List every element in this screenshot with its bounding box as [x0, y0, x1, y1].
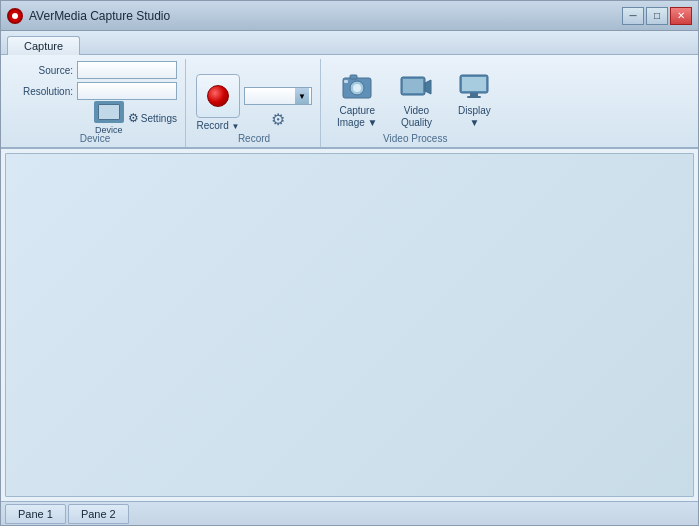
resolution-label: Resolution:: [13, 86, 73, 97]
svg-rect-3: [350, 75, 357, 79]
resolution-select[interactable]: [77, 82, 177, 100]
device-group-content: Source: Resolution:: [13, 61, 177, 131]
status-pane2[interactable]: Pane 2: [68, 504, 129, 524]
video-quality-svg: [400, 73, 432, 101]
capture-image-svg: [341, 73, 373, 101]
svg-rect-10: [470, 93, 478, 96]
record-button-area: Record ▼: [196, 74, 240, 131]
source-label: Source:: [13, 65, 73, 76]
video-quality-button[interactable]: Video Quality: [391, 69, 441, 131]
close-button[interactable]: ✕: [670, 7, 692, 25]
source-row: Source:: [13, 61, 177, 79]
settings-label: Settings: [141, 113, 177, 124]
display-label: Display ▼: [458, 105, 491, 129]
resolution-select-wrapper: [77, 82, 177, 100]
display-svg: [458, 73, 490, 101]
device-bottom: Device ⚙ Settings: [94, 105, 177, 131]
svg-rect-9: [462, 77, 486, 91]
title-bar-controls: ─ □ ✕: [622, 7, 692, 25]
capture-tab[interactable]: Capture: [7, 36, 80, 55]
record-format-dropdown[interactable]: ▼: [244, 87, 312, 105]
tab-bar: Capture: [1, 31, 698, 55]
video-quality-label: Video Quality: [401, 105, 432, 129]
svg-marker-6: [425, 80, 431, 94]
record-group-label: Record: [238, 133, 270, 147]
window-title: AVerMedia Capture Studio: [29, 9, 170, 23]
title-bar-left: AVerMedia Capture Studio: [7, 8, 170, 24]
svg-point-2: [353, 84, 361, 92]
title-bar: AVerMedia Capture Studio ─ □ ✕: [1, 1, 698, 31]
app-icon: [7, 8, 23, 24]
resolution-row: Resolution:: [13, 82, 177, 100]
gear-icon: ⚙: [271, 110, 285, 129]
record-group-content: Record ▼ ▼ ⚙: [196, 61, 312, 131]
svg-rect-11: [467, 96, 481, 98]
main-window: AVerMedia Capture Studio ─ □ ✕ Capture S…: [0, 0, 699, 526]
ribbon: Source: Resolution:: [1, 55, 698, 149]
capture-image-icon: [341, 71, 373, 103]
settings-button[interactable]: ⚙ Settings: [128, 111, 177, 125]
gear-icon: ⚙: [128, 111, 139, 125]
record-button[interactable]: [196, 74, 240, 118]
device-icon-area: Device: [94, 105, 124, 131]
status-pane1[interactable]: Pane 1: [5, 504, 66, 524]
source-select[interactable]: [77, 61, 177, 79]
device-group-label: Device: [80, 133, 111, 147]
app-icon-inner: [12, 13, 18, 19]
source-select-wrapper: [77, 61, 177, 79]
display-button[interactable]: Display ▼: [449, 69, 499, 131]
device-card-icon: [94, 101, 124, 123]
svg-rect-4: [344, 80, 348, 83]
record-settings-gear[interactable]: ⚙: [266, 107, 290, 131]
record-circle-icon: [207, 85, 229, 107]
svg-rect-7: [403, 79, 423, 93]
video-process-group: Capture Image ▼ Video: [323, 59, 507, 147]
dropdown-arrow: ▼: [295, 88, 309, 104]
capture-image-button[interactable]: Capture Image ▼: [331, 69, 383, 131]
record-label: Record ▼: [197, 120, 240, 131]
main-content-area: [5, 153, 694, 497]
minimize-button[interactable]: ─: [622, 7, 644, 25]
status-bar: Pane 1 Pane 2: [1, 501, 698, 525]
video-process-content: Capture Image ▼ Video: [331, 61, 499, 131]
record-group: Record ▼ ▼ ⚙ Record: [188, 59, 321, 147]
capture-image-label: Capture Image ▼: [337, 105, 377, 129]
video-process-group-label: Video Process: [383, 133, 447, 147]
record-settings-area: ▼ ⚙: [244, 87, 312, 131]
display-icon: [458, 71, 490, 103]
maximize-button[interactable]: □: [646, 7, 668, 25]
video-quality-icon: [400, 71, 432, 103]
device-group: Source: Resolution:: [5, 59, 186, 147]
